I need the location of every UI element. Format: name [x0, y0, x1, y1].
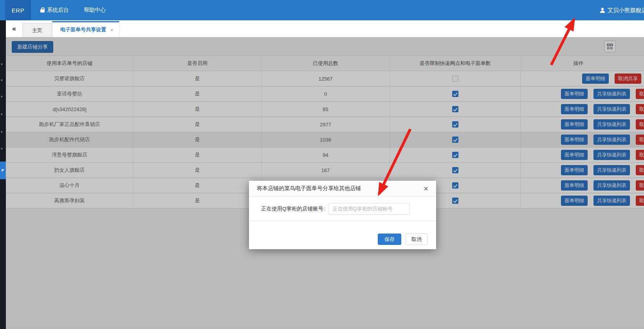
sidebar-active-arrow-icon: ◤ — [2, 169, 4, 172]
tab-ewaybill-share-settings[interactable]: 电子面单号共享设置 × — [52, 21, 119, 37]
user-shop-name: 艾贝小熊旗舰店 — [608, 7, 644, 14]
modal-title: 将本店铺的菜鸟电子面单号分享给其他店铺 — [257, 185, 361, 192]
sidebar-menu-arrow-icon[interactable]: ▾ — [1, 79, 3, 82]
user-icon — [600, 7, 605, 13]
share-ewaybill-modal: 将本店铺的菜鸟电子面单号分享给其他店铺 × 正在使用Q掌柜的店铺账号: 保存 取… — [249, 181, 436, 249]
modal-header: 将本店铺的菜鸟电子面单号分享给其他店铺 × — [249, 181, 436, 197]
nav-help-label: 帮助中心 — [84, 7, 106, 14]
lock-icon — [40, 9, 45, 13]
shop-account-label: 正在使用Q掌柜的店铺账号: — [261, 205, 325, 212]
horizontal-scrollbar[interactable] — [6, 327, 644, 329]
sidebar-menu-arrow-icon[interactable]: ▾ — [1, 113, 3, 116]
modal-footer: 保存 取消 — [249, 221, 436, 248]
save-button[interactable]: 保存 — [378, 234, 401, 245]
modal-body: 正在使用Q掌柜的店铺账号: — [249, 197, 436, 221]
sidebar-menu-arrow-icon[interactable]: ▾ — [1, 130, 3, 134]
sidebar-active-item[interactable]: ◤ — [0, 162, 6, 179]
tab-close-icon[interactable]: × — [110, 27, 114, 33]
tab-active-label: 电子面单号共享设置 — [60, 26, 106, 33]
erp-app: { "navbar": { "brand": "ERP", "backend":… — [0, 0, 644, 329]
collapse-tabs-button[interactable]: « — [6, 20, 22, 38]
tab-bar: « 主页 电子面单号共享设置 × — [6, 20, 644, 38]
tab-home[interactable]: 主页 — [22, 23, 52, 37]
sidebar-menu-arrow-icon[interactable]: ▾ — [1, 147, 3, 151]
top-navbar: ERP 系统后台 帮助中心 艾贝小熊旗舰店 — [0, 0, 644, 20]
cancel-button[interactable]: 取消 — [406, 234, 428, 245]
tab-home-label: 主页 — [32, 27, 42, 34]
nav-item-system-backend[interactable]: 系统后台 — [40, 0, 69, 20]
sidebar-menu-arrow-icon[interactable]: ▾ — [1, 63, 3, 66]
nav-item-help-center[interactable]: 帮助中心 — [84, 0, 106, 20]
sidebar-menu-arrow-icon[interactable]: ▾ — [1, 95, 3, 99]
brand-logo[interactable]: ERP — [5, 0, 31, 20]
nav-backend-label: 系统后台 — [47, 7, 69, 14]
modal-close-icon[interactable]: × — [424, 185, 428, 192]
shop-account-input[interactable] — [328, 203, 410, 215]
collapsed-sidebar: ▾ ▾ ▾ ▾ ▾ ▾ ◤ — [0, 20, 6, 329]
user-menu[interactable]: 艾贝小熊旗舰店 — [600, 0, 644, 20]
